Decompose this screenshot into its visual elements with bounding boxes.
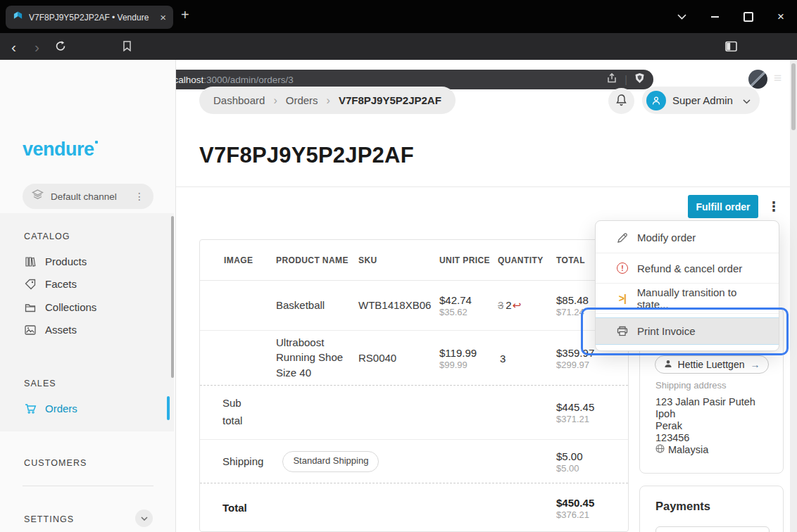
sidebar-item-collections[interactable]: Collections	[24, 301, 96, 313]
sidebar-divider	[23, 486, 153, 486]
shipping-label-wrap: ShippingStandard Shipping	[222, 451, 379, 472]
line-total: $85.48	[556, 294, 589, 306]
sidebar-panel-icon[interactable]	[725, 39, 737, 54]
line-total-net: $299.97	[556, 359, 594, 369]
unit-price: $119.99	[439, 346, 477, 358]
user-avatar	[646, 91, 666, 110]
shipping-net: $5.00	[556, 462, 583, 473]
browser-menu-icon[interactable]: ≡	[774, 70, 782, 86]
browser-tab[interactable]: V7F8PJ9Y5P2JP2AF • Vendure ×	[6, 6, 173, 29]
quantity-cell: 32↩	[498, 299, 521, 312]
pencil-icon	[615, 232, 629, 243]
table-header-row: IMAGE PRODUCT NAME SKU UNIT PRICE QUANTI…	[200, 240, 628, 281]
table-row: Basketball WTB1418XB06 $42.74$35.62 32↩ …	[200, 281, 628, 331]
unit-price-net: $99.99	[439, 359, 477, 369]
menu-item-label: Refund & cancel order	[637, 262, 742, 274]
country-line: Malaysia	[655, 444, 755, 456]
order-actions-kebab-icon[interactable]: ⋮	[767, 196, 781, 216]
vendure-favicon-icon	[13, 11, 23, 24]
sidebar-item-products[interactable]: Products	[24, 255, 87, 267]
payment-entry-partial	[655, 526, 770, 532]
chevron-right-icon: ›	[327, 94, 330, 107]
line-total: $359.97	[556, 346, 594, 358]
tab-close-icon[interactable]: ×	[160, 12, 166, 23]
breadcrumb-current: V7F8PJ9Y5P2JP2AF	[339, 94, 441, 106]
refresh-icon[interactable]	[55, 39, 66, 54]
url-text: localhost:3000/admin/orders/3	[166, 75, 294, 85]
menu-item-refund-cancel[interactable]: ! Refund & cancel order	[596, 253, 779, 283]
shipping-value: $5.00	[556, 450, 583, 462]
menu-item-print-invoice[interactable]: Print Invoice	[596, 318, 779, 344]
browser-profile-avatar[interactable]	[748, 70, 767, 89]
sidebar-item-label: Assets	[45, 324, 77, 336]
col-total: TOTAL	[556, 255, 585, 265]
bookmark-icon[interactable]	[123, 39, 132, 54]
address-line: 123 Jalan Pasir Puteh	[655, 396, 755, 408]
section-settings[interactable]: SETTINGS	[24, 514, 74, 524]
unit-price-net: $35.62	[439, 307, 472, 317]
back-icon[interactable]: ‹	[11, 39, 16, 54]
products-icon	[24, 256, 37, 267]
menu-item-transition-state[interactable]: >| Manually transition to state...	[596, 283, 779, 313]
subtotal-row: Sub total $445.45$371.21	[200, 386, 628, 440]
shipping-address: 123 Jalan Pasir Puteh Ipoh Perak 123456 …	[655, 396, 755, 456]
breadcrumb: Dashboard › Orders › V7F8PJ9Y5P2JP2AF	[199, 87, 456, 114]
quantity-modified-icon: ↩	[513, 299, 522, 311]
new-tab-button[interactable]: +	[181, 7, 189, 23]
quantity-cell: 3	[500, 352, 506, 364]
user-menu[interactable]: Super Admin	[642, 87, 760, 114]
sidebar-item-facets[interactable]: Facets	[24, 278, 77, 290]
line-total-net: $71.24	[556, 307, 589, 317]
total-row: Total $450.45$376.21	[200, 483, 628, 532]
vendure-logo[interactable]: vendure	[23, 139, 98, 160]
breadcrumb-dashboard[interactable]: Dashboard	[213, 94, 265, 106]
sidebar: vendure Default channel ⋮ CATALOG Produc…	[0, 60, 176, 532]
sidebar-scrollbar[interactable]	[171, 216, 174, 378]
col-quantity: QUANTITY	[498, 255, 544, 265]
shipping-address-label: Shipping address	[655, 380, 726, 391]
page-scrollbar[interactable]	[790, 60, 797, 532]
tab-title: V7F8PJ9Y5P2JP2AF • Vendure	[29, 13, 154, 23]
channel-selector[interactable]: Default channel ⋮	[23, 184, 153, 209]
sidebar-item-orders[interactable]: Orders	[24, 403, 77, 414]
shipping-method-badge: Standard Shipping	[282, 451, 379, 472]
arrow-right-icon: →	[750, 359, 760, 370]
order-actions-menu: Modify order ! Refund & cancel order >| …	[595, 220, 779, 351]
browser-window: V7F8PJ9Y5P2JP2AF • Vendure × + × ‹ › i l…	[0, 0, 797, 532]
user-name: Super Admin	[672, 94, 736, 106]
channel-menu-icon[interactable]: ⋮	[134, 191, 144, 202]
chevron-right-icon: ›	[273, 94, 277, 107]
tab-search-icon[interactable]	[665, 0, 698, 33]
menu-highlight-line	[596, 344, 779, 345]
menu-item-modify-order[interactable]: Modify order	[596, 222, 779, 253]
menu-item-label: Manually transition to state...	[637, 286, 769, 310]
section-sales: SALES	[24, 379, 56, 388]
total-value: $450.45	[556, 497, 594, 509]
sidebar-item-assets[interactable]: Assets	[24, 324, 77, 336]
breadcrumb-orders[interactable]: Orders	[286, 94, 318, 106]
brave-shield-icon[interactable]	[634, 72, 645, 87]
image-icon	[24, 325, 37, 335]
notifications-button[interactable]	[608, 88, 634, 114]
settings-collapse-button[interactable]	[135, 509, 153, 527]
page-scrollbar-thumb[interactable]	[791, 63, 796, 130]
address-line: Perak	[655, 420, 755, 432]
subtotal-value: $445.45	[556, 401, 594, 413]
forward-icon[interactable]: ›	[34, 39, 39, 54]
payments-title: Payments	[655, 500, 710, 513]
window-minimize-button[interactable]	[698, 0, 731, 33]
window-maximize-button[interactable]	[732, 0, 765, 33]
customer-link[interactable]: Hettie Luettgen →	[655, 355, 769, 374]
share-icon[interactable]	[606, 72, 617, 87]
active-nav-indicator	[167, 396, 170, 420]
header-divider	[176, 186, 790, 187]
window-close-button[interactable]: ×	[765, 0, 797, 33]
country-name: Malaysia	[668, 444, 708, 456]
fulfill-order-button[interactable]: Fulfill order	[688, 195, 758, 218]
col-image: IMAGE	[224, 255, 253, 265]
product-sku: RS0040	[358, 350, 396, 366]
col-unit-price: UNIT PRICE	[439, 255, 490, 265]
section-customers[interactable]: CUSTOMERS	[24, 458, 87, 468]
subtotal-net: $371.21	[556, 414, 594, 424]
product-sku: WTB1418XB06	[358, 298, 431, 313]
